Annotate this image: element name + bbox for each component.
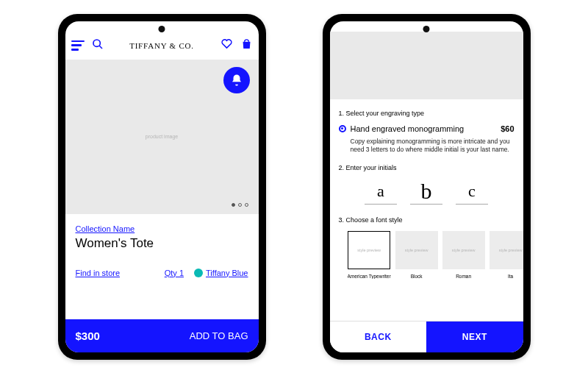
carousel-dot[interactable]: [232, 203, 235, 207]
color-swatch[interactable]: Tiffany Blue: [194, 269, 248, 277]
find-in-store-link[interactable]: Find in store: [76, 269, 121, 277]
device-frame-left: TIFFANY & CO. product image Collection N…: [58, 14, 266, 360]
svg-point-0: [93, 40, 100, 46]
buy-bar: $300 ADD TO BAG: [65, 319, 259, 352]
app-top-bar: TIFFANY & CO.: [65, 32, 259, 60]
initials-row: [339, 179, 514, 205]
font-tile[interactable]: style preview Block: [395, 231, 438, 279]
product-image-placeholder-text: product image: [146, 134, 178, 139]
product-meta-row: Find in store Qty 1 Tiffany Blue: [76, 269, 248, 277]
svg-line-1: [99, 46, 102, 49]
font-tile[interactable]: style preview Roman: [442, 231, 485, 279]
carousel-dots[interactable]: [232, 203, 248, 207]
product-title: Women's Tote: [76, 236, 248, 251]
qty-selector[interactable]: Qty 1: [165, 269, 184, 277]
font-name-label: Ita: [508, 274, 513, 279]
step-3-label: 3. Choose a font style: [339, 216, 514, 224]
screen-product: TIFFANY & CO. product image Collection N…: [65, 21, 259, 352]
font-preview: style preview: [395, 231, 438, 269]
swatch-dot-icon: [194, 269, 203, 277]
back-button[interactable]: BACK: [330, 322, 427, 352]
notification-fab[interactable]: [223, 67, 250, 93]
screen-engraving: 1. Select your engraving type Hand engra…: [330, 21, 523, 352]
swatch-label: Tiffany Blue: [206, 269, 248, 277]
step-1-label: 1. Select your engraving type: [339, 110, 514, 117]
font-tile[interactable]: style preview Ita: [490, 231, 523, 279]
initial-input-1[interactable]: [365, 179, 397, 205]
initial-input-3[interactable]: [456, 179, 488, 205]
nav-row: BACK NEXT: [330, 321, 523, 352]
initial-input-2[interactable]: [410, 179, 442, 205]
engraving-hero-image: [330, 32, 523, 99]
camera-dot: [423, 26, 430, 32]
font-preview: style preview: [490, 231, 523, 269]
carousel-dot[interactable]: [238, 203, 242, 207]
heart-icon[interactable]: [220, 38, 233, 53]
menu-icon[interactable]: [71, 40, 85, 51]
price-label: $300: [76, 330, 100, 342]
font-name-label: Roman: [456, 274, 471, 279]
bell-icon: [230, 74, 243, 87]
collection-link[interactable]: Collection Name: [76, 224, 248, 233]
carousel-dot[interactable]: [245, 203, 248, 207]
font-preview: style preview: [442, 231, 485, 269]
engraving-option-label: Hand engraved monogramming: [351, 124, 497, 133]
radio-selected-icon: [339, 125, 346, 132]
font-name-label: Block: [411, 274, 423, 279]
font-preview: style preview: [348, 231, 390, 269]
step-2-label: 2. Enter your initials: [339, 164, 514, 171]
engraving-option-row[interactable]: Hand engraved monogramming $60: [339, 124, 514, 133]
device-frame-right: 1. Select your engraving type Hand engra…: [323, 14, 531, 360]
add-to-bag-button[interactable]: ADD TO BAG: [190, 330, 248, 341]
product-body: Collection Name Women's Tote Find in sto…: [65, 214, 259, 319]
engraving-option-description: Copy explaining monogramming is more int…: [339, 138, 514, 154]
font-tile[interactable]: style preview American Typewriter: [348, 231, 391, 279]
font-name-label: American Typewriter: [348, 274, 391, 279]
camera-dot: [159, 26, 165, 32]
brand-wordmark: TIFFANY & CO.: [111, 41, 213, 50]
product-image-area[interactable]: product image: [65, 60, 259, 214]
engraving-option-price: $60: [501, 124, 514, 133]
font-style-row: style preview American Typewriter style …: [348, 231, 523, 279]
shopping-bag-icon[interactable]: [240, 38, 253, 53]
search-icon[interactable]: [92, 38, 104, 53]
next-button[interactable]: NEXT: [426, 322, 523, 352]
engraving-body: 1. Select your engraving type Hand engra…: [330, 99, 523, 321]
